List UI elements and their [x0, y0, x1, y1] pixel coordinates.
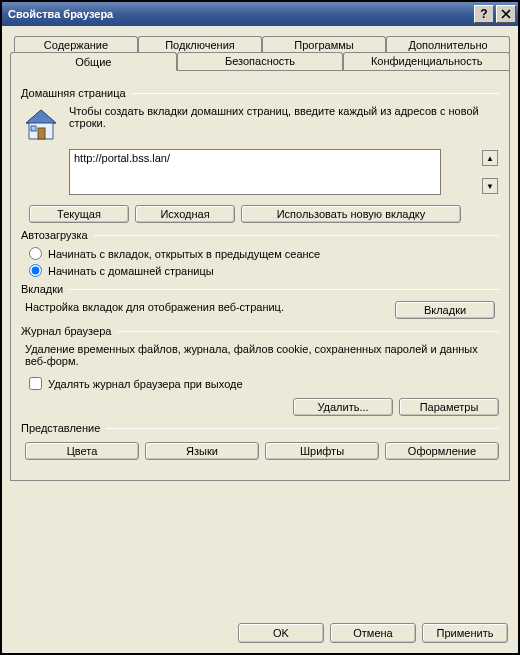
startup-homepage-label: Начинать с домашней страницы: [48, 265, 214, 277]
tab-privacy[interactable]: Конфиденциальность: [343, 52, 510, 70]
delete-on-exit-checkbox[interactable]: [29, 377, 42, 390]
home-icon: [21, 105, 61, 143]
help-button[interactable]: ?: [474, 5, 494, 23]
tab-programs[interactable]: Программы: [262, 36, 386, 53]
fonts-button[interactable]: Шрифты: [265, 442, 379, 460]
group-startup-legend: Автозагрузка: [21, 229, 94, 241]
tab-advanced[interactable]: Дополнительно: [386, 36, 510, 53]
history-settings-button[interactable]: Параметры: [399, 398, 499, 416]
tab-panel-general: Домашняя страница Чтобы созда: [10, 70, 510, 481]
group-homepage: Домашняя страница Чтобы созда: [21, 87, 499, 223]
accessibility-button[interactable]: Оформление: [385, 442, 499, 460]
startup-last-session-radio[interactable]: [29, 247, 42, 260]
use-newtab-button[interactable]: Использовать новую вкладку: [241, 205, 461, 223]
delete-history-button[interactable]: Удалить...: [293, 398, 393, 416]
tab-general[interactable]: Общие: [10, 52, 177, 71]
group-startup: Автозагрузка Начинать с вкладок, открыты…: [21, 229, 499, 277]
close-button[interactable]: [496, 5, 516, 23]
delete-on-exit-row[interactable]: Удалять журнал браузера при выходе: [29, 377, 499, 390]
use-current-button[interactable]: Текущая: [29, 205, 129, 223]
title-bar: Свойства браузера ?: [2, 2, 518, 26]
group-history: Журнал браузера Удаление временных файло…: [21, 325, 499, 416]
delete-on-exit-label: Удалять журнал браузера при выходе: [48, 378, 243, 390]
use-default-button[interactable]: Исходная: [135, 205, 235, 223]
homepage-url-input[interactable]: [69, 149, 441, 195]
window-title: Свойства браузера: [8, 8, 472, 20]
startup-homepage-row[interactable]: Начинать с домашней страницы: [29, 264, 499, 277]
tab-content[interactable]: Содержание: [14, 36, 138, 53]
homepage-instruction: Чтобы создать вкладки домашних страниц, …: [69, 105, 499, 143]
group-history-legend: Журнал браузера: [21, 325, 117, 337]
group-homepage-legend: Домашняя страница: [21, 87, 132, 99]
history-description: Удаление временных файлов, журнала, файл…: [21, 343, 499, 367]
startup-last-session-label: Начинать с вкладок, открытых в предыдуще…: [48, 248, 320, 260]
languages-button[interactable]: Языки: [145, 442, 259, 460]
svg-marker-1: [26, 110, 56, 123]
tab-strip: Содержание Подключения Программы Дополни…: [10, 36, 510, 481]
startup-homepage-radio[interactable]: [29, 264, 42, 277]
tab-security[interactable]: Безопасность: [177, 52, 344, 70]
group-tabs: Вкладки Настройка вкладок для отображени…: [21, 283, 499, 319]
ok-button[interactable]: OK: [238, 623, 324, 643]
tabs-settings-button[interactable]: Вкладки: [395, 301, 495, 319]
scroll-down-icon[interactable]: ▼: [482, 178, 498, 194]
startup-last-session-row[interactable]: Начинать с вкладок, открытых в предыдуще…: [29, 247, 499, 260]
group-tabs-legend: Вкладки: [21, 283, 69, 295]
apply-button[interactable]: Применить: [422, 623, 508, 643]
cancel-button[interactable]: Отмена: [330, 623, 416, 643]
scroll-up-icon[interactable]: ▲: [482, 150, 498, 166]
tabs-description: Настройка вкладок для отображения веб-ст…: [25, 301, 385, 313]
group-appearance: Представление Цвета Языки Шрифты Оформле…: [21, 422, 499, 460]
colors-button[interactable]: Цвета: [25, 442, 139, 460]
svg-rect-2: [38, 128, 45, 139]
svg-rect-3: [31, 126, 36, 131]
tab-connections[interactable]: Подключения: [138, 36, 262, 53]
group-appearance-legend: Представление: [21, 422, 106, 434]
dialog-footer: OK Отмена Применить: [2, 613, 518, 653]
